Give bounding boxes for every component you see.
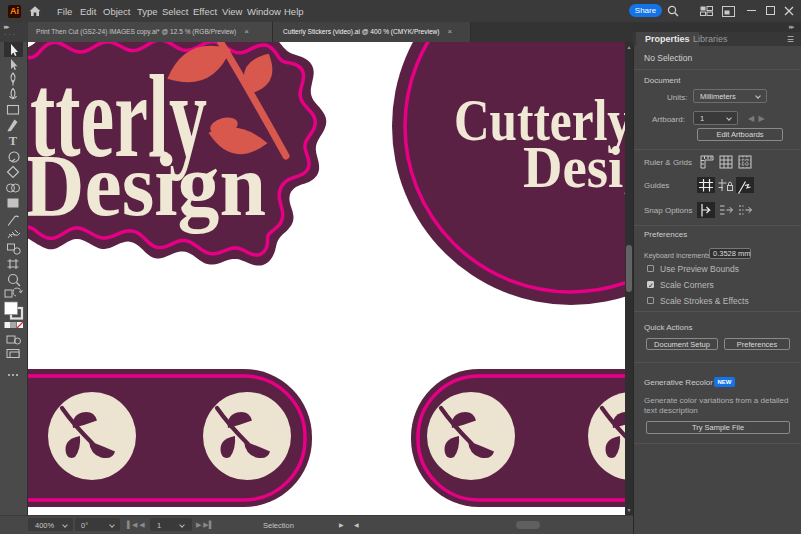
svg-text:T: T xyxy=(9,134,18,148)
svg-text:Design: Design xyxy=(523,134,625,200)
